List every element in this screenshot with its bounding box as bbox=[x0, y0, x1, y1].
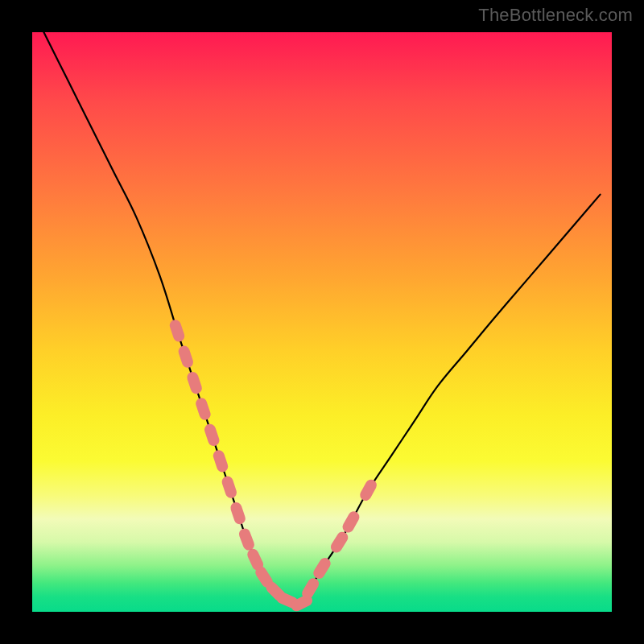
curve-marker bbox=[341, 510, 361, 535]
curve-marker bbox=[168, 318, 186, 343]
curve-marker bbox=[194, 397, 212, 422]
watermark-text: TheBottleneck.com bbox=[478, 5, 633, 26]
marker-layer bbox=[168, 318, 379, 613]
chart-svg bbox=[32, 32, 612, 612]
curve-marker bbox=[328, 530, 350, 555]
curve-marker bbox=[212, 448, 229, 473]
curve-marker bbox=[358, 477, 379, 502]
curve-path bbox=[43, 32, 600, 604]
curve-marker bbox=[237, 526, 256, 551]
curve-marker bbox=[229, 501, 247, 526]
curve-marker bbox=[186, 370, 204, 395]
plot-area bbox=[32, 32, 612, 612]
curve-marker bbox=[221, 475, 238, 500]
curve-marker bbox=[312, 555, 333, 580]
curve-marker bbox=[177, 345, 195, 369]
chart-frame: TheBottleneck.com bbox=[0, 0, 644, 644]
curve-marker bbox=[203, 423, 221, 448]
